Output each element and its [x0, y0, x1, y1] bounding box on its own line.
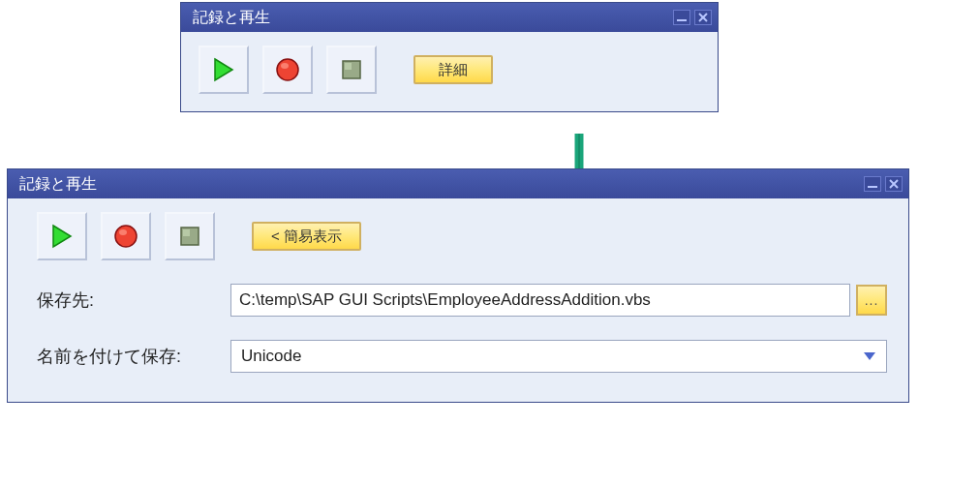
play-button[interactable] — [199, 46, 249, 94]
svg-point-5 — [281, 63, 289, 69]
save-as-dropdown[interactable]: Unicode — [230, 340, 887, 373]
stop-button[interactable] — [165, 212, 215, 260]
play-icon — [213, 57, 234, 82]
stop-icon — [340, 58, 363, 81]
svg-rect-18 — [183, 229, 190, 236]
browse-button-label: ... — [865, 292, 879, 308]
save-as-row: 名前を付けて保存: Unicode — [37, 340, 887, 373]
record-icon — [113, 224, 138, 249]
record-button[interactable] — [262, 46, 313, 94]
svg-marker-14 — [53, 226, 71, 247]
stop-button[interactable] — [326, 46, 377, 94]
play-icon — [51, 224, 73, 249]
title-controls — [864, 176, 903, 192]
svg-rect-11 — [868, 186, 877, 188]
title-controls — [673, 10, 712, 25]
save-to-row: 保存先: ... — [37, 284, 887, 317]
browse-button[interactable]: ... — [856, 285, 887, 316]
minimize-button[interactable] — [673, 10, 690, 25]
close-button[interactable] — [885, 176, 903, 192]
window-body: 詳細 — [181, 32, 718, 111]
minimize-button[interactable] — [864, 176, 881, 192]
record-playback-window-expanded: 記録と再生 < 簡易表示 — [7, 168, 909, 403]
record-playback-window-compact: 記録と再生 詳細 — [180, 2, 719, 112]
simple-view-button-label: < 簡易表示 — [271, 228, 342, 246]
toolbar: < 簡易表示 — [37, 212, 887, 260]
form-area: 保存先: ... 名前を付けて保存: Unicode — [37, 284, 887, 373]
svg-marker-19 — [864, 352, 875, 360]
svg-point-15 — [115, 226, 137, 247]
stop-icon — [178, 225, 201, 248]
titlebar[interactable]: 記録と再生 — [181, 3, 718, 32]
window-title: 記録と再生 — [193, 8, 673, 28]
save-as-value: Unicode — [241, 347, 301, 366]
record-icon — [275, 57, 300, 82]
play-button[interactable] — [37, 212, 87, 260]
chevron-down-icon — [863, 351, 876, 361]
svg-point-16 — [119, 229, 127, 235]
close-button[interactable] — [694, 10, 712, 25]
svg-rect-7 — [345, 63, 352, 70]
svg-marker-3 — [215, 59, 232, 80]
svg-point-4 — [277, 59, 298, 80]
toolbar: 詳細 — [199, 46, 700, 94]
details-button[interactable]: 詳細 — [413, 55, 493, 84]
details-button-label: 詳細 — [439, 61, 468, 79]
save-as-label: 名前を付けて保存: — [37, 345, 230, 368]
save-to-input[interactable] — [230, 284, 850, 317]
record-button[interactable] — [101, 212, 151, 260]
save-to-label: 保存先: — [37, 289, 230, 312]
window-title: 記録と再生 — [19, 174, 864, 195]
window-body: < 簡易表示 保存先: ... 名前を付けて保存: Unicode — [8, 198, 908, 402]
svg-rect-0 — [677, 19, 687, 21]
simple-view-button[interactable]: < 簡易表示 — [252, 222, 361, 251]
titlebar[interactable]: 記録と再生 — [8, 169, 908, 198]
